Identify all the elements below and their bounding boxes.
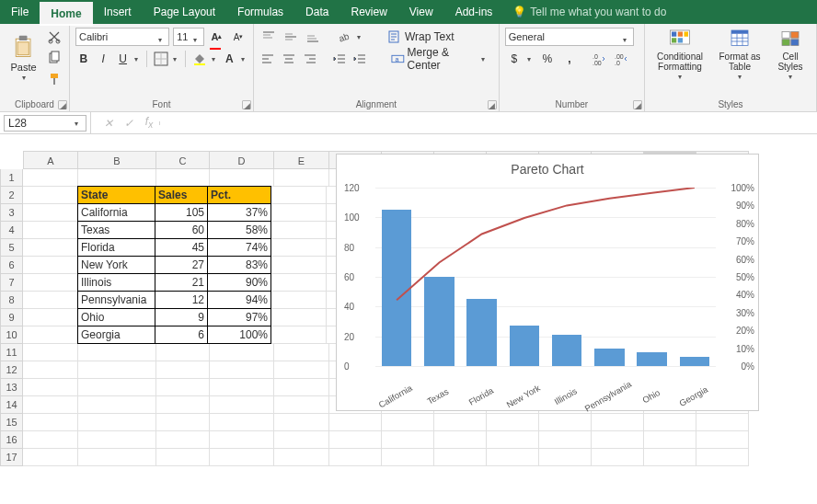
cell-C15[interactable]: [156, 414, 210, 431]
tab-add-ins[interactable]: Add-ins: [444, 0, 504, 24]
cell-A9[interactable]: [23, 309, 78, 326]
cell-E7[interactable]: [271, 274, 327, 292]
cell-D5[interactable]: 74%: [207, 238, 271, 257]
increase-decimal-button[interactable]: .0.00: [590, 50, 608, 68]
row-header-9[interactable]: 9: [0, 309, 23, 326]
row-header-10[interactable]: 10: [0, 326, 23, 344]
cell-B3[interactable]: California: [77, 203, 155, 222]
pareto-chart[interactable]: Pareto Chart 0204060801001200%10%20%30%4…: [336, 154, 759, 411]
cell-E14[interactable]: [274, 396, 329, 414]
cell-E10[interactable]: [271, 326, 327, 344]
cell-F17[interactable]: [329, 449, 382, 466]
cell-D10[interactable]: 100%: [207, 326, 271, 344]
cell-B6[interactable]: New York: [77, 256, 155, 274]
cell-B5[interactable]: Florida: [77, 238, 155, 257]
cell-D7[interactable]: 90%: [207, 273, 271, 292]
align-center-button[interactable]: [281, 50, 298, 68]
cell-C8[interactable]: 12: [155, 291, 208, 309]
enter-formula-button[interactable]: ✓: [119, 117, 139, 130]
cell-E4[interactable]: [271, 222, 327, 239]
cell-A14[interactable]: [23, 396, 78, 414]
align-middle-button[interactable]: [282, 28, 300, 46]
cell-G15[interactable]: [382, 414, 434, 431]
orientation-button[interactable]: ab: [335, 28, 353, 46]
cond-dropdown[interactable]: [676, 74, 684, 81]
cell-L15[interactable]: [644, 414, 696, 431]
cell-D16[interactable]: [210, 431, 274, 449]
tell-me-search[interactable]: 💡 Tell me what you want to do: [503, 0, 675, 24]
font-color-dropdown[interactable]: [241, 55, 247, 63]
column-header-B[interactable]: B: [78, 151, 156, 169]
cell-K16[interactable]: [592, 431, 644, 449]
cell-H15[interactable]: [434, 414, 487, 431]
cell-B13[interactable]: [78, 379, 156, 396]
orientation-dropdown[interactable]: [357, 33, 364, 40]
column-header-A[interactable]: A: [23, 151, 78, 169]
cell-J16[interactable]: [539, 431, 592, 449]
cell-A6[interactable]: [23, 257, 78, 274]
format-painter-button[interactable]: [45, 70, 63, 88]
decrease-font-button[interactable]: A▾: [229, 28, 247, 46]
cell-I15[interactable]: [487, 414, 539, 431]
cell-K15[interactable]: [592, 414, 644, 431]
cell-C2[interactable]: Sales: [155, 186, 208, 204]
cell-A13[interactable]: [23, 379, 78, 396]
italic-button[interactable]: I: [95, 50, 110, 68]
tab-formulas[interactable]: Formulas: [226, 0, 294, 24]
cell-F16[interactable]: [329, 431, 382, 449]
row-header-11[interactable]: 11: [0, 344, 23, 361]
cell-styles-button[interactable]: Cell Styles: [770, 28, 811, 81]
cell-C13[interactable]: [156, 379, 210, 396]
font-dialog-launcher[interactable]: ◢: [242, 100, 251, 109]
percent-format-button[interactable]: %: [538, 50, 557, 68]
cell-B2[interactable]: State: [77, 186, 155, 204]
cell-styles-dropdown[interactable]: [787, 74, 794, 81]
column-header-C[interactable]: C: [156, 151, 210, 169]
cancel-formula-button[interactable]: ✕: [98, 117, 119, 130]
cell-E17[interactable]: [274, 449, 329, 466]
insert-function-button[interactable]: fx: [139, 115, 159, 130]
underline-button[interactable]: U: [115, 50, 131, 68]
cut-button[interactable]: [45, 28, 63, 46]
cell-B15[interactable]: [78, 414, 156, 431]
row-header-17[interactable]: 17: [0, 449, 23, 466]
cell-B1[interactable]: [78, 169, 156, 187]
wrap-text-button[interactable]: Wrap Text: [383, 28, 459, 46]
row-header-16[interactable]: 16: [0, 431, 23, 449]
increase-indent-button[interactable]: [351, 50, 369, 68]
cell-D1[interactable]: [210, 169, 274, 187]
tab-view[interactable]: View: [398, 0, 444, 24]
paste-button[interactable]: Paste: [6, 31, 41, 85]
cell-A3[interactable]: [23, 204, 78, 222]
cumulative-line[interactable]: [397, 188, 695, 300]
tab-insert[interactable]: Insert: [93, 0, 143, 24]
cell-I16[interactable]: [487, 431, 539, 449]
cell-G17[interactable]: [382, 449, 434, 466]
decrease-indent-button[interactable]: [330, 50, 348, 68]
cell-D11[interactable]: [210, 344, 274, 361]
cell-D9[interactable]: 97%: [207, 308, 271, 326]
cell-B10[interactable]: Georgia: [77, 326, 155, 344]
name-box[interactable]: L28: [4, 115, 86, 132]
tab-data[interactable]: Data: [294, 0, 339, 24]
increase-font-button[interactable]: A▴: [208, 28, 226, 46]
number-format-combo[interactable]: General: [505, 28, 634, 46]
cell-E8[interactable]: [271, 292, 327, 309]
tab-file[interactable]: File: [0, 0, 40, 24]
cell-D2[interactable]: Pct.: [207, 186, 271, 204]
merge-center-button[interactable]: aMerge & Center: [386, 50, 493, 68]
bold-button[interactable]: B: [75, 50, 91, 68]
number-dialog-launcher[interactable]: ◢: [633, 100, 642, 109]
fill-dropdown[interactable]: [212, 55, 218, 63]
cell-D15[interactable]: [210, 414, 274, 431]
spreadsheet-grid[interactable]: ABCDEFGHIJKLM 12StateSalesPct.3Californi…: [0, 151, 817, 466]
cell-D8[interactable]: 94%: [207, 291, 271, 309]
cell-B17[interactable]: [78, 449, 156, 466]
cell-C5[interactable]: 45: [155, 238, 208, 257]
clipboard-dialog-launcher[interactable]: ◢: [58, 100, 67, 109]
font-color-button[interactable]: A: [222, 50, 237, 68]
cell-E5[interactable]: [271, 239, 327, 257]
cell-D6[interactable]: 83%: [207, 256, 271, 274]
cell-E16[interactable]: [274, 431, 329, 449]
cell-B9[interactable]: Ohio: [77, 308, 155, 326]
